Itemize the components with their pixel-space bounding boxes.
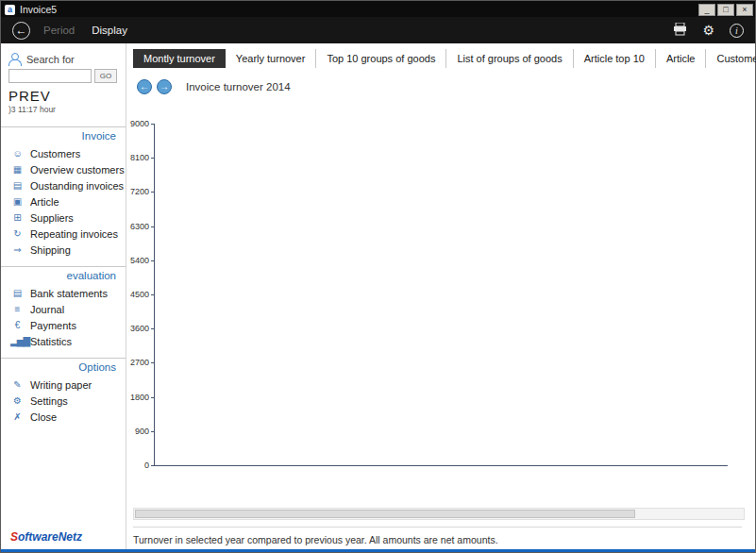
outstanding-invoices-icon: ▤ [10,180,24,191]
sidebar-item-label: Statistics [30,336,72,347]
search-input-row: GO [1,65,126,83]
y-axis-tick [151,362,155,363]
repeating-invoices-icon: ↻ [10,228,24,239]
sidebar-item-label: Suppliers [30,212,74,224]
sidebar-item-bank-statements[interactable]: ▤Bank statements [1,285,126,301]
y-axis-tick-label: 900 [119,427,149,436]
sidebar-section-options: Options [1,358,126,377]
app-icon: a [5,5,15,15]
y-axis-tick-label: 0 [119,461,149,470]
prev-arrow-icon[interactable]: ← [137,79,152,94]
sidebar-item-writing-paper[interactable]: ✎Writing paper [1,377,126,393]
y-axis-tick [151,226,155,227]
sidebar-item-shipping[interactable]: ⇒Shipping [1,242,126,258]
sidebar-item-label: Writing paper [30,379,92,391]
logo-first-letter: S [10,530,18,544]
y-axis-tick-label: 5400 [119,256,149,265]
article-icon: ▣ [10,196,24,207]
sidebar-item-label: Repeating invoices [30,228,118,240]
overview-customers-icon: ▦ [10,164,24,175]
sidebar: Search for GO PREV )3 11:17 hour Invoice… [1,43,126,549]
sidebar-item-oustanding-invoices[interactable]: ▤Oustanding invoices [1,177,126,193]
chart-title: Invoice turnover 2014 [186,81,291,92]
prev-label: PREV [1,83,126,104]
minimize-button[interactable]: _ [698,4,715,16]
search-input[interactable] [8,69,92,83]
app-window: a Invoice5 _□× ← Period Display ⚙ i Sear… [0,0,756,553]
y-axis-tick-label: 4500 [119,290,149,299]
sidebar-item-payments[interactable]: €Payments [1,317,126,333]
gear-icon[interactable]: ⚙ [702,23,714,38]
y-axis-tick-label: 2700 [119,358,149,367]
y-axis-tick [151,158,155,159]
y-axis-tick [151,192,155,193]
statistics-icon: ▂▅▇ [10,336,24,346]
sidebar-item-article[interactable]: ▣Article [1,193,126,209]
bank-statements-icon: ▤ [10,288,24,298]
y-axis-tick [151,397,155,398]
tab-article[interactable]: Article [656,49,707,68]
y-axis-tick [151,294,155,295]
sidebar-section-evaluation: evaluation [1,266,126,285]
tab-top-10-groups-of-goods[interactable]: Top 10 groups of goods [316,49,446,68]
y-axis-tick [151,124,155,125]
sidebar-item-statistics[interactable]: ▂▅▇Statistics [1,333,126,349]
sidebar-item-overview-customers[interactable]: ▦Overview customers [1,161,126,177]
print-icon[interactable] [673,23,687,39]
sidebar-item-customers[interactable]: ☺Customers [1,145,126,161]
logo-rest: oftwareNetz [18,530,82,544]
sidebar-item-suppliers[interactable]: ⊞Suppliers [1,209,126,226]
sidebar-item-label: Overview customers [30,164,125,176]
y-axis-tick [151,328,155,329]
writing-paper-icon: ✎ [10,379,24,390]
sidebar-item-journal[interactable]: ≡Journal [1,301,126,317]
sidebar-item-label: Shipping [30,244,71,256]
titlebar: a Invoice5 _□× [1,1,755,17]
footer-note: Turnover in selected year compared to pr… [133,527,742,545]
sidebar-item-label: Settings [30,395,68,407]
close-icon: ✗ [10,411,24,422]
sidebar-section-invoice: Invoice [1,126,126,145]
toolbar: ← Period Display ⚙ i [1,17,755,43]
y-axis-tick [151,465,155,466]
tab-yearly-turnover[interactable]: Yearly turnover [226,49,317,68]
tab-article-top-10[interactable]: Article top 10 [574,49,656,68]
y-axis-tick [151,260,155,261]
sidebar-item-settings[interactable]: ⚙Settings [1,393,126,409]
shipping-icon: ⇒ [10,244,24,255]
sidebar-item-label: Article [30,196,59,208]
customers-icon: ☺ [10,148,24,159]
y-axis-tick-label: 7200 [119,187,149,196]
sidebar-item-close[interactable]: ✗Close [1,409,126,425]
bar-chart-plot: 0900180027003600450054006300720081009000 [154,124,728,466]
next-arrow-icon[interactable]: → [157,79,172,94]
sidebar-item-label: Journal [30,304,64,315]
tab-list-of-groups-of-goods[interactable]: List of groups of goods [446,49,573,68]
main-content: Montly turnoverYearly turnoverTop 10 gro… [127,43,755,549]
window-title: Invoice5 [20,4,697,15]
sidebar-item-label: Bank statements [30,288,108,299]
softwarenetz-logo: SoftwareNetz [10,530,82,544]
bottom-accent-bar [1,549,755,552]
close-button[interactable]: × [736,4,753,16]
sidebar-item-label: Customers [30,148,80,159]
y-axis-tick-label: 8100 [119,153,149,162]
tab-bar: Montly turnoverYearly turnoverTop 10 gro… [133,49,756,68]
scrollbar-thumb[interactable] [135,510,635,518]
y-axis-tick-label: 6300 [119,222,149,231]
tab-customers[interactable]: Customers [706,49,756,68]
maximize-button[interactable]: □ [717,4,734,16]
back-icon[interactable]: ← [12,22,30,40]
chart-nav-row: ← → Invoice turnover 2014 [137,79,291,94]
horizontal-scrollbar[interactable] [133,508,745,520]
payments-icon: € [10,320,24,330]
info-icon[interactable]: i [730,24,744,38]
sidebar-item-label: Payments [30,320,76,331]
period-button: Period [43,25,75,36]
search-label: Search for [26,54,75,65]
search-row: Search for [1,53,126,65]
display-button[interactable]: Display [92,25,127,36]
tab-montly-turnover[interactable]: Montly turnover [133,49,226,68]
sidebar-item-repeating-invoices[interactable]: ↻Repeating invoices [1,226,126,242]
go-button[interactable]: GO [94,69,117,83]
